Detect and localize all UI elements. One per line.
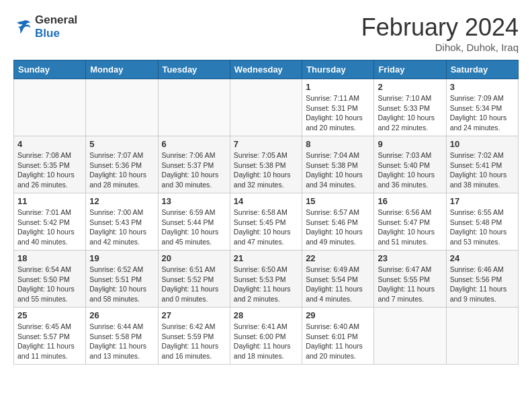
calendar-cell: 20Sunrise: 6:51 AM Sunset: 5:52 PM Dayli… <box>158 250 230 308</box>
calendar-cell: 1Sunrise: 7:11 AM Sunset: 5:31 PM Daylig… <box>302 79 374 136</box>
calendar-cell: 12Sunrise: 7:00 AM Sunset: 5:43 PM Dayli… <box>86 193 158 250</box>
weekday-header-sunday: Sunday <box>14 60 86 79</box>
page-header: General Blue February 2024 Dihok, Duhok,… <box>13 13 519 53</box>
day-number: 26 <box>89 310 154 320</box>
day-info: Sunrise: 6:44 AM Sunset: 5:58 PM Dayligh… <box>89 322 154 361</box>
day-info: Sunrise: 6:41 AM Sunset: 6:00 PM Dayligh… <box>234 322 298 361</box>
calendar-cell: 7Sunrise: 7:05 AM Sunset: 5:38 PM Daylig… <box>230 136 302 193</box>
calendar-cell: 22Sunrise: 6:49 AM Sunset: 5:54 PM Dayli… <box>302 250 374 308</box>
calendar-cell: 21Sunrise: 6:50 AM Sunset: 5:53 PM Dayli… <box>230 250 302 308</box>
calendar-cell: 25Sunrise: 6:45 AM Sunset: 5:57 PM Dayli… <box>14 308 86 365</box>
calendar-cell: 3Sunrise: 7:09 AM Sunset: 5:34 PM Daylig… <box>446 79 518 136</box>
calendar-week-row: 1Sunrise: 7:11 AM Sunset: 5:31 PM Daylig… <box>14 79 519 136</box>
calendar-cell: 14Sunrise: 6:58 AM Sunset: 5:45 PM Dayli… <box>230 193 302 250</box>
logo-text: General Blue <box>35 13 77 40</box>
day-number: 9 <box>378 139 442 149</box>
day-info: Sunrise: 6:46 AM Sunset: 5:56 PM Dayligh… <box>450 265 515 304</box>
calendar-cell: 19Sunrise: 6:52 AM Sunset: 5:51 PM Dayli… <box>86 250 158 308</box>
weekday-header-wednesday: Wednesday <box>230 60 302 79</box>
day-info: Sunrise: 7:00 AM Sunset: 5:43 PM Dayligh… <box>89 208 154 247</box>
logo-bird-icon <box>13 17 32 36</box>
day-info: Sunrise: 7:01 AM Sunset: 5:42 PM Dayligh… <box>17 208 82 247</box>
day-number: 8 <box>306 139 370 149</box>
calendar-cell <box>374 308 446 365</box>
calendar-cell: 15Sunrise: 6:57 AM Sunset: 5:46 PM Dayli… <box>302 193 374 250</box>
day-number: 13 <box>162 196 226 206</box>
day-info: Sunrise: 6:40 AM Sunset: 6:01 PM Dayligh… <box>306 322 370 361</box>
calendar-cell <box>446 308 518 365</box>
day-info: Sunrise: 7:07 AM Sunset: 5:36 PM Dayligh… <box>89 150 154 190</box>
day-number: 15 <box>306 196 370 206</box>
day-info: Sunrise: 6:54 AM Sunset: 5:50 PM Dayligh… <box>17 265 82 304</box>
day-info: Sunrise: 7:10 AM Sunset: 5:33 PM Dayligh… <box>378 93 442 133</box>
day-number: 22 <box>306 253 370 263</box>
day-number: 7 <box>234 139 298 149</box>
day-number: 4 <box>17 139 82 149</box>
day-info: Sunrise: 7:02 AM Sunset: 5:41 PM Dayligh… <box>450 150 515 190</box>
day-info: Sunrise: 7:04 AM Sunset: 5:38 PM Dayligh… <box>306 150 370 190</box>
calendar-cell <box>14 79 86 136</box>
day-number: 1 <box>306 82 370 92</box>
month-title: February 2024 <box>361 13 519 42</box>
day-number: 25 <box>17 310 82 320</box>
calendar-week-row: 25Sunrise: 6:45 AM Sunset: 5:57 PM Dayli… <box>14 308 519 365</box>
calendar-cell: 29Sunrise: 6:40 AM Sunset: 6:01 PM Dayli… <box>302 308 374 365</box>
day-info: Sunrise: 6:59 AM Sunset: 5:44 PM Dayligh… <box>162 208 226 247</box>
day-info: Sunrise: 7:03 AM Sunset: 5:40 PM Dayligh… <box>378 150 442 190</box>
day-number: 17 <box>450 196 515 206</box>
day-info: Sunrise: 6:45 AM Sunset: 5:57 PM Dayligh… <box>17 322 82 361</box>
day-number: 23 <box>378 253 442 263</box>
calendar-cell: 4Sunrise: 7:08 AM Sunset: 5:35 PM Daylig… <box>14 136 86 193</box>
calendar-cell: 11Sunrise: 7:01 AM Sunset: 5:42 PM Dayli… <box>14 193 86 250</box>
day-number: 14 <box>234 196 298 206</box>
calendar-cell: 13Sunrise: 6:59 AM Sunset: 5:44 PM Dayli… <box>158 193 230 250</box>
day-number: 11 <box>17 196 82 206</box>
calendar-cell: 28Sunrise: 6:41 AM Sunset: 6:00 PM Dayli… <box>230 308 302 365</box>
calendar-week-row: 4Sunrise: 7:08 AM Sunset: 5:35 PM Daylig… <box>14 136 519 193</box>
calendar-cell: 8Sunrise: 7:04 AM Sunset: 5:38 PM Daylig… <box>302 136 374 193</box>
calendar-cell: 26Sunrise: 6:44 AM Sunset: 5:58 PM Dayli… <box>86 308 158 365</box>
calendar-week-row: 11Sunrise: 7:01 AM Sunset: 5:42 PM Dayli… <box>14 193 519 250</box>
day-number: 28 <box>234 310 298 320</box>
logo: General Blue <box>13 13 77 40</box>
day-info: Sunrise: 6:42 AM Sunset: 5:59 PM Dayligh… <box>162 322 226 361</box>
day-number: 5 <box>89 139 154 149</box>
logo-blue: Blue <box>35 27 77 40</box>
day-number: 27 <box>162 310 226 320</box>
weekday-header-monday: Monday <box>86 60 158 79</box>
day-info: Sunrise: 6:51 AM Sunset: 5:52 PM Dayligh… <box>162 265 226 304</box>
day-info: Sunrise: 7:05 AM Sunset: 5:38 PM Dayligh… <box>234 150 298 190</box>
location: Dihok, Duhok, Iraq <box>361 42 519 53</box>
calendar-cell: 24Sunrise: 6:46 AM Sunset: 5:56 PM Dayli… <box>446 250 518 308</box>
calendar-cell: 23Sunrise: 6:47 AM Sunset: 5:55 PM Dayli… <box>374 250 446 308</box>
day-info: Sunrise: 6:58 AM Sunset: 5:45 PM Dayligh… <box>234 208 298 247</box>
calendar-cell: 16Sunrise: 6:56 AM Sunset: 5:47 PM Dayli… <box>374 193 446 250</box>
day-number: 2 <box>378 82 442 92</box>
day-number: 24 <box>450 253 515 263</box>
calendar-cell <box>86 79 158 136</box>
day-info: Sunrise: 6:56 AM Sunset: 5:47 PM Dayligh… <box>378 208 442 247</box>
weekday-header-tuesday: Tuesday <box>158 60 230 79</box>
calendar-cell: 2Sunrise: 7:10 AM Sunset: 5:33 PM Daylig… <box>374 79 446 136</box>
day-info: Sunrise: 6:52 AM Sunset: 5:51 PM Dayligh… <box>89 265 154 304</box>
weekday-header-saturday: Saturday <box>446 60 518 79</box>
calendar-cell: 17Sunrise: 6:55 AM Sunset: 5:48 PM Dayli… <box>446 193 518 250</box>
day-number: 18 <box>17 253 82 263</box>
day-number: 12 <box>89 196 154 206</box>
calendar-cell: 5Sunrise: 7:07 AM Sunset: 5:36 PM Daylig… <box>86 136 158 193</box>
weekday-header-thursday: Thursday <box>302 60 374 79</box>
logo-general: General <box>35 13 77 27</box>
day-info: Sunrise: 6:50 AM Sunset: 5:53 PM Dayligh… <box>234 265 298 304</box>
day-info: Sunrise: 7:08 AM Sunset: 5:35 PM Dayligh… <box>17 150 82 190</box>
day-info: Sunrise: 6:57 AM Sunset: 5:46 PM Dayligh… <box>306 208 370 247</box>
day-number: 3 <box>450 82 515 92</box>
day-number: 20 <box>162 253 226 263</box>
day-info: Sunrise: 7:11 AM Sunset: 5:31 PM Dayligh… <box>306 93 370 133</box>
day-number: 29 <box>306 310 370 320</box>
day-number: 6 <box>162 139 226 149</box>
day-info: Sunrise: 6:49 AM Sunset: 5:54 PM Dayligh… <box>306 265 370 304</box>
day-number: 19 <box>89 253 154 263</box>
day-info: Sunrise: 6:47 AM Sunset: 5:55 PM Dayligh… <box>378 265 442 304</box>
title-block: February 2024 Dihok, Duhok, Iraq <box>361 13 519 53</box>
day-number: 16 <box>378 196 442 206</box>
